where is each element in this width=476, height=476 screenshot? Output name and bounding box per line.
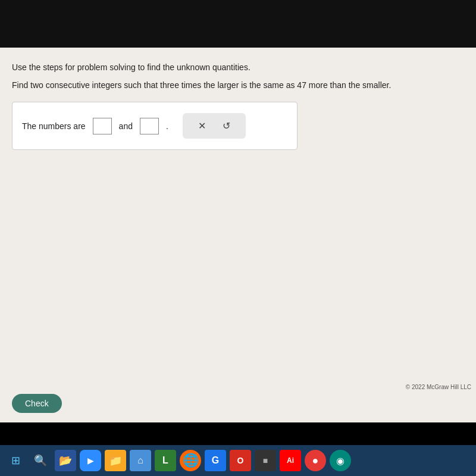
- first-number-input[interactable]: [93, 118, 112, 134]
- taskbar-hat-button[interactable]: ⌂: [130, 450, 151, 471]
- taskbar-files-button[interactable]: 📂: [55, 450, 76, 471]
- taskbar-folder-button[interactable]: 📁: [105, 450, 126, 471]
- blue-g-icon: G: [212, 455, 219, 466]
- red-o-icon: ●: [312, 455, 319, 467]
- taskbar-l-app-button[interactable]: L: [155, 450, 176, 471]
- copyright-text: © 2022 McGraw Hill LLC: [406, 384, 471, 390]
- taskbar-search-button[interactable]: 🔍: [30, 450, 51, 471]
- taskbar-red-o-button[interactable]: ●: [305, 450, 326, 471]
- action-buttons: ✕ ↺: [183, 113, 246, 139]
- content-area: Use the steps for problem solving to fin…: [0, 48, 476, 384]
- adobe-icon: Ai: [287, 456, 294, 465]
- dark-sq-icon: ■: [263, 456, 268, 465]
- taskbar-windows-button[interactable]: ⊞: [5, 450, 26, 471]
- browser-icon: 🌐: [183, 453, 199, 468]
- taskbar-adobe-button[interactable]: Ai: [280, 450, 301, 471]
- close-button[interactable]: ✕: [195, 118, 209, 134]
- top-dark-area: [0, 0, 476, 48]
- zoom-icon: ▶: [87, 456, 94, 465]
- hat-icon: ⌂: [137, 455, 143, 466]
- taskbar-zoom-button[interactable]: ▶: [80, 450, 101, 471]
- taskbar-browser-button[interactable]: 🌐: [180, 450, 201, 471]
- check-section: Check: [0, 384, 476, 422]
- taskbar-teal-button[interactable]: ◉: [330, 450, 351, 471]
- taskbar-dark-sq-button[interactable]: ■: [255, 450, 276, 471]
- teal-icon: ◉: [336, 455, 345, 466]
- taskbar-office-button[interactable]: O: [230, 450, 251, 471]
- second-number-input[interactable]: [140, 118, 159, 134]
- windows-icon: ⊞: [11, 454, 20, 467]
- search-icon: 🔍: [34, 454, 47, 467]
- taskbar: ⊞ 🔍 📂 ▶ 📁 ⌂ L 🌐 G O ■ Ai ●: [0, 445, 476, 476]
- check-button[interactable]: Check: [12, 394, 62, 413]
- taskbar-blue-g-button[interactable]: G: [205, 450, 226, 471]
- answer-label: The numbers are: [22, 121, 86, 131]
- l-app-icon: L: [162, 455, 168, 466]
- problem-text: Find two consecutive integers such that …: [12, 80, 464, 92]
- instruction-text: Use the steps for problem solving to fin…: [12, 62, 464, 74]
- reset-button[interactable]: ↺: [219, 118, 234, 134]
- and-text: and: [119, 121, 133, 131]
- answer-box: The numbers are and . ✕ ↺: [12, 102, 298, 150]
- office-icon: O: [237, 456, 244, 465]
- main-screen: Use the steps for problem solving to fin…: [0, 48, 476, 422]
- folder-icon: 📁: [109, 454, 122, 467]
- files-icon: 📂: [59, 454, 72, 467]
- dot-text: .: [166, 121, 168, 131]
